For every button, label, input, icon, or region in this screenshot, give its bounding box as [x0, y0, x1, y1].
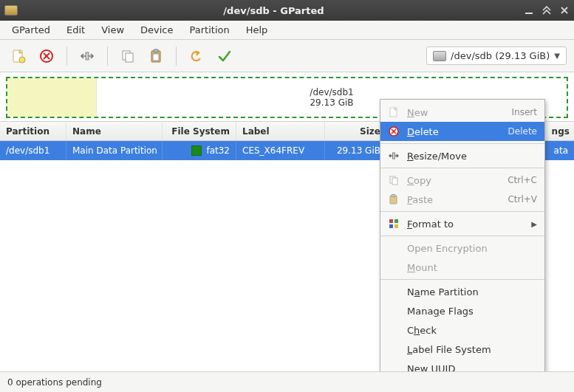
svg-rect-8	[154, 49, 158, 52]
context-separator	[380, 235, 544, 236]
app-icon	[4, 5, 18, 16]
context-mount: Mount	[380, 258, 544, 277]
menu-device[interactable]: Device	[133, 22, 180, 38]
cell-partition: /dev/sdb1	[0, 141, 66, 160]
svg-point-2	[19, 57, 25, 63]
device-selector[interactable]: /dev/sdb (29.13 GiB) ▼	[426, 47, 567, 65]
disk-icon	[433, 51, 446, 61]
toolbar: /dev/sdb (29.13 GiB) ▼	[0, 40, 574, 72]
header-label[interactable]: Label	[236, 122, 325, 140]
svg-rect-6	[126, 53, 133, 62]
delete-partition-button[interactable]	[35, 45, 58, 67]
menu-edit[interactable]: Edit	[59, 22, 92, 38]
titlebar: /dev/sdb - GParted	[0, 0, 574, 21]
cell-fs: fat32	[163, 141, 236, 160]
context-manage-flags[interactable]: Manage Flags	[380, 301, 544, 320]
window-title: /dev/sdb - GParted	[24, 5, 524, 16]
context-resize[interactable]: Resize/Move	[380, 146, 544, 165]
chevron-down-icon: ▼	[554, 52, 560, 60]
new-file-icon	[10, 48, 27, 64]
svg-rect-14	[392, 178, 397, 185]
toolbar-separator	[176, 47, 177, 66]
menu-gparted[interactable]: GParted	[4, 22, 58, 38]
format-icon	[388, 218, 400, 230]
context-paste: Paste Ctrl+V	[380, 190, 544, 209]
context-new: New Insert	[380, 103, 544, 122]
context-menu: New Insert Delete Delete Resize/Move Cop…	[380, 99, 545, 392]
svg-rect-18	[394, 219, 398, 223]
cell-name: Main Data Partition	[66, 141, 163, 160]
submenu-arrow-icon: ▶	[531, 220, 537, 228]
diagram-free-space[interactable]	[7, 78, 96, 117]
context-format[interactable]: Format to ▶	[380, 214, 544, 233]
svg-rect-4	[86, 52, 89, 60]
toolbar-separator	[66, 47, 67, 66]
paste-button[interactable]	[145, 45, 167, 67]
menubar: GParted Edit View Device Partition Help	[0, 21, 574, 40]
svg-rect-17	[389, 219, 393, 223]
context-check[interactable]: Check	[380, 320, 544, 340]
menu-help[interactable]: Help	[239, 22, 276, 38]
svg-rect-19	[389, 224, 393, 228]
context-copy: Copy Ctrl+C	[380, 171, 544, 190]
context-delete-accel: Delete	[508, 126, 537, 137]
context-separator	[380, 279, 544, 280]
svg-rect-16	[392, 195, 395, 197]
undo-icon	[188, 48, 205, 64]
svg-rect-0	[525, 13, 533, 14]
resize-icon	[388, 150, 400, 162]
context-delete[interactable]: Delete Delete	[380, 122, 544, 141]
context-new-accel: Insert	[512, 107, 537, 117]
diagram-partition-name: /dev/sdb1	[310, 87, 353, 97]
context-separator	[380, 168, 544, 168]
header-fs[interactable]: File System	[163, 122, 236, 140]
header-size[interactable]: Size	[325, 122, 387, 140]
cell-label: CES_X64FREV	[236, 141, 325, 160]
svg-rect-9	[153, 54, 159, 61]
paste-icon	[148, 48, 164, 64]
toolbar-separator	[107, 47, 108, 66]
statusbar: 0 operations pending	[0, 371, 574, 392]
context-paste-accel: Ctrl+V	[508, 194, 537, 204]
delete-icon	[38, 48, 55, 64]
header-name[interactable]: Name	[66, 122, 163, 140]
close-button[interactable]	[559, 5, 570, 16]
diagram-partition-size: 29.13 GiB	[310, 97, 353, 108]
header-partition[interactable]: Partition	[0, 122, 66, 140]
minimize-button[interactable]	[524, 5, 534, 16]
maximize-button[interactable]	[541, 5, 552, 16]
svg-rect-20	[394, 224, 398, 228]
menu-view[interactable]: View	[94, 22, 131, 38]
device-label: /dev/sdb (29.13 GiB)	[451, 50, 550, 61]
undo-button[interactable]	[185, 45, 208, 67]
resize-move-button[interactable]	[76, 45, 98, 67]
apply-button[interactable]	[213, 45, 236, 67]
context-open-encryption: Open Encryption	[380, 238, 544, 258]
context-name-partition[interactable]: Name Partition	[380, 282, 544, 301]
cell-size: 29.13 GiB	[325, 141, 387, 160]
paste-icon	[388, 193, 400, 205]
fs-color-swatch	[191, 145, 202, 156]
resize-icon	[79, 48, 95, 64]
new-partition-button[interactable]	[7, 45, 30, 67]
context-label-fs[interactable]: Label File System	[380, 340, 544, 359]
delete-icon	[388, 125, 400, 137]
copy-icon	[388, 174, 400, 186]
context-separator	[380, 211, 544, 212]
apply-icon	[216, 48, 233, 64]
copy-button[interactable]	[117, 45, 139, 67]
context-copy-accel: Ctrl+C	[508, 175, 537, 185]
context-separator	[380, 143, 544, 144]
new-icon	[388, 106, 400, 118]
status-text: 0 operations pending	[7, 377, 102, 388]
svg-rect-12	[393, 153, 395, 159]
menu-partition[interactable]: Partition	[182, 22, 237, 38]
copy-icon	[120, 48, 136, 64]
